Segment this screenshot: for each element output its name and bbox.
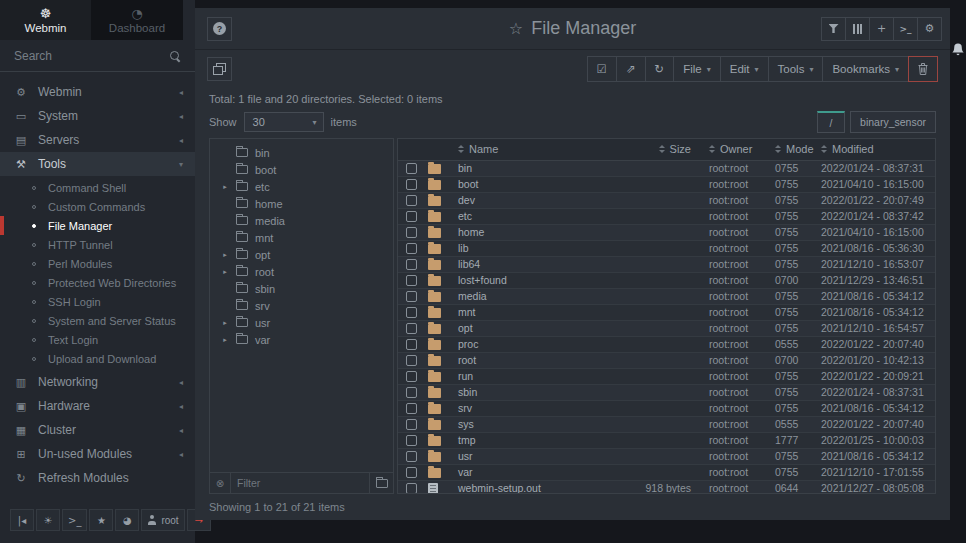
shell-button[interactable]: >_ <box>62 509 87 531</box>
row-checkbox[interactable] <box>406 259 417 270</box>
submenu-item-ssh-login[interactable]: SSH Login <box>0 292 195 311</box>
tree-filter-input[interactable] <box>230 473 369 493</box>
sidebar-item-system[interactable]: ▭System◂ <box>0 104 195 128</box>
expand-arrow-icon[interactable]: ▸ <box>221 319 229 327</box>
submenu-item-perl-modules[interactable]: Perl Modules <box>0 254 195 273</box>
row-checkbox[interactable] <box>406 435 417 446</box>
column-header-mode[interactable]: Mode <box>771 139 817 160</box>
row-checkbox[interactable] <box>406 163 417 174</box>
breadcrumb-root-button[interactable]: / <box>817 111 845 133</box>
table-row-dev[interactable]: devroot:root07552022/01/22 - 20:07:49 <box>398 192 935 208</box>
expand-arrow-icon[interactable]: ▸ <box>221 251 229 259</box>
row-checkbox[interactable] <box>406 451 417 462</box>
copy-button[interactable] <box>207 57 232 81</box>
tree-item-srv[interactable]: srv <box>210 297 393 314</box>
table-row-lib[interactable]: libroot:root07552021/08/16 - 05:36:30 <box>398 240 935 256</box>
palette-button[interactable]: ◕ <box>115 509 139 531</box>
cell-name[interactable]: webmin-setup.out <box>454 480 627 494</box>
row-checkbox[interactable] <box>406 227 417 238</box>
table-row-lost-found[interactable]: lost+foundroot:root07002021/12/29 - 13:4… <box>398 272 935 288</box>
theme-button[interactable]: ☀ <box>36 509 60 531</box>
table-row-boot[interactable]: bootroot:root07552021/04/10 - 16:15:00 <box>398 176 935 192</box>
tree-item-boot[interactable]: boot <box>210 161 393 178</box>
row-checkbox[interactable] <box>406 483 417 494</box>
page-size-select[interactable]: 30 ▾ <box>244 112 324 132</box>
sort-icon[interactable] <box>821 145 827 153</box>
menu-tools[interactable]: Tools▾ <box>768 56 824 82</box>
menu-file[interactable]: File▾ <box>673 56 721 82</box>
filter-button[interactable] <box>821 17 846 41</box>
row-checkbox[interactable] <box>406 355 417 366</box>
cell-name[interactable]: opt <box>454 320 627 336</box>
cell-name[interactable]: dev <box>454 192 627 208</box>
clear-filter-icon[interactable]: ⊗ <box>210 478 230 489</box>
row-checkbox[interactable] <box>406 387 417 398</box>
sidebar-item-cluster[interactable]: ▦Cluster◂ <box>0 418 195 442</box>
tree-item-var[interactable]: ▸var <box>210 331 393 348</box>
collapse-sidebar-button[interactable]: |◂ <box>10 509 34 531</box>
columns-button[interactable] <box>845 17 870 41</box>
row-checkbox[interactable] <box>406 195 417 206</box>
sidebar-item-un-used-modules[interactable]: ⊞Un-used Modules◂ <box>0 442 195 466</box>
table-row-run[interactable]: runroot:root07552022/01/22 - 20:09:21 <box>398 368 935 384</box>
table-row-lib64[interactable]: lib64root:root07552021/12/10 - 16:53:07 <box>398 256 935 272</box>
table-row-sbin[interactable]: sbinroot:root07552022/01/24 - 08:37:31 <box>398 384 935 400</box>
tree-item-sbin[interactable]: sbin <box>210 280 393 297</box>
sidebar-item-refresh-modules[interactable]: ↻Refresh Modules <box>0 466 195 490</box>
tree-item-home[interactable]: home <box>210 195 393 212</box>
column-header-name[interactable]: Name <box>454 139 627 160</box>
trash-button[interactable] <box>908 56 938 82</box>
row-checkbox[interactable] <box>406 323 417 334</box>
table-row-home[interactable]: homeroot:root07552021/04/10 - 16:15:00 <box>398 224 935 240</box>
submenu-item-upload-and-download[interactable]: Upload and Download <box>0 349 195 368</box>
cell-name[interactable]: boot <box>454 176 627 192</box>
submenu-item-system-and-server-status[interactable]: System and Server Status <box>0 311 195 330</box>
table-row-tmp[interactable]: tmproot:root17772022/01/25 - 10:00:03 <box>398 432 935 448</box>
sidebar-item-webmin[interactable]: ⚙Webmin◂ <box>0 80 195 104</box>
cell-name[interactable]: sys <box>454 416 627 432</box>
search-input[interactable] <box>14 49 169 63</box>
cell-name[interactable]: run <box>454 368 627 384</box>
refresh-button[interactable]: ↻ <box>645 56 675 82</box>
sort-icon[interactable] <box>659 145 665 153</box>
column-header-owner[interactable]: Owner <box>705 139 771 160</box>
cell-name[interactable]: root <box>454 352 627 368</box>
search-icon[interactable] <box>169 50 181 62</box>
tree-item-root[interactable]: ▸root <box>210 263 393 280</box>
table-row-webmin-setup-out[interactable]: webmin-setup.out918 bytesroot:root064420… <box>398 480 935 494</box>
menu-bookmarks[interactable]: Bookmarks▾ <box>822 56 909 82</box>
menu-edit[interactable]: Edit▾ <box>720 56 769 82</box>
submenu-item-text-login[interactable]: Text Login <box>0 330 195 349</box>
row-checkbox[interactable] <box>406 243 417 254</box>
tree-item-mnt[interactable]: mnt <box>210 229 393 246</box>
column-header-modified[interactable]: Modified <box>817 139 935 160</box>
share-button[interactable]: ⇗ <box>616 56 646 82</box>
sort-icon[interactable] <box>775 145 781 153</box>
tree-item-bin[interactable]: bin <box>210 144 393 161</box>
row-checkbox[interactable] <box>406 179 417 190</box>
sort-icon[interactable] <box>709 145 715 153</box>
expand-arrow-icon[interactable]: ▸ <box>221 183 229 191</box>
tab-webmin[interactable]: ☸ Webmin <box>0 0 91 40</box>
cell-name[interactable]: home <box>454 224 627 240</box>
cell-name[interactable]: media <box>454 288 627 304</box>
column-header-size[interactable]: Size <box>627 139 705 160</box>
add-button[interactable]: + <box>869 17 894 41</box>
cell-name[interactable]: lib <box>454 240 627 256</box>
table-row-mnt[interactable]: mntroot:root07552021/08/16 - 05:34:12 <box>398 304 935 320</box>
cell-name[interactable]: etc <box>454 208 627 224</box>
tree-item-media[interactable]: media <box>210 212 393 229</box>
user-button[interactable]: root <box>141 509 184 531</box>
select-all-button[interactable]: ☑ <box>587 56 617 82</box>
sort-icon[interactable] <box>458 145 464 153</box>
favorites-button[interactable]: ★ <box>89 509 113 531</box>
row-checkbox[interactable] <box>406 467 417 478</box>
sidebar-item-servers[interactable]: ▤Servers◂ <box>0 128 195 152</box>
expand-arrow-icon[interactable]: ▸ <box>221 268 229 276</box>
cell-name[interactable]: usr <box>454 448 627 464</box>
cell-name[interactable]: proc <box>454 336 627 352</box>
row-checkbox[interactable] <box>406 339 417 350</box>
cell-name[interactable]: var <box>454 464 627 480</box>
cell-name[interactable]: sbin <box>454 384 627 400</box>
tab-dashboard[interactable]: ◔ Dashboard <box>91 0 183 40</box>
